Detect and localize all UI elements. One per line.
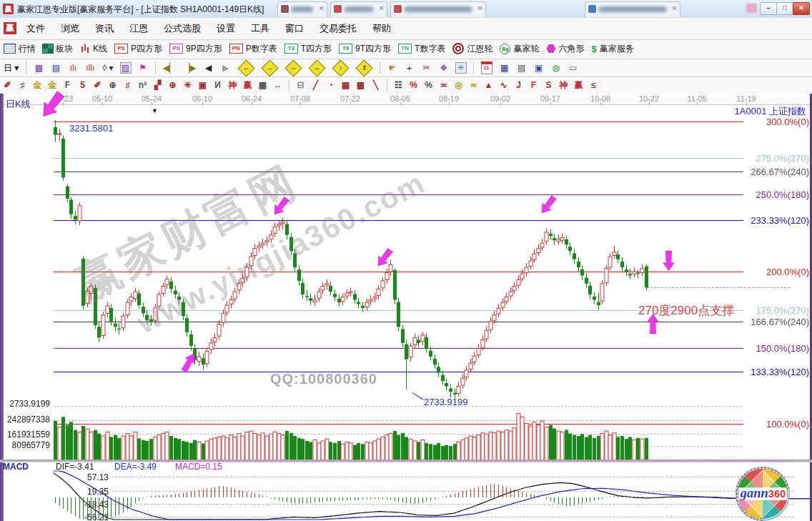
tool-go-prev[interactable]: ◀: [202, 60, 216, 76]
maximize-button[interactable]: □: [776, 2, 793, 15]
tool-pan-right[interactable]: →: [259, 60, 280, 76]
draw-tool-icon[interactable]: ↔: [272, 77, 283, 93]
tab-close-icon[interactable]: ✕: [672, 4, 678, 12]
tool-go-next[interactable]: ▶: [219, 60, 233, 76]
browser-tab[interactable]: ✕: [585, 1, 680, 17]
menu-浏览[interactable]: 浏览: [53, 18, 87, 39]
tool-notes[interactable]: ▤: [515, 60, 529, 76]
tab-close-icon[interactable]: ✕: [379, 4, 385, 12]
draw-tool-icon[interactable]: %: [408, 77, 419, 93]
draw-tool-icon[interactable]: 神: [558, 77, 569, 93]
minimize-button[interactable]: –: [760, 2, 777, 15]
tool-smart-tool[interactable]: ✳: [454, 60, 468, 76]
tool-range-stats[interactable]: ▨: [119, 60, 133, 76]
draw-tool-icon[interactable]: ⊕: [167, 77, 178, 93]
tool-zoom-out-h[interactable]: ⇔: [283, 60, 304, 76]
draw-tool-icon[interactable]: ▣: [197, 77, 208, 93]
triangle-marker[interactable]: ▼: [152, 107, 158, 114]
tab-close-icon[interactable]: ✕: [477, 4, 483, 12]
draw-tool-icon[interactable]: ◎: [453, 77, 464, 93]
tool-t-square[interactable]: T3T四方形: [282, 41, 334, 56]
draw-tool-icon[interactable]: ⊟: [295, 77, 306, 93]
tool-list-view[interactable]: ▤: [49, 60, 63, 76]
browser-tab[interactable]: ✕: [277, 1, 327, 17]
tool-kline-style[interactable]: ◊ ▾: [100, 60, 115, 76]
draw-tool-icon[interactable]: 5: [77, 77, 88, 93]
draw-tool-icon[interactable]: ☷: [393, 77, 404, 93]
tool-color-kline[interactable]: ⚑: [136, 60, 150, 76]
tool-hand-tool[interactable]: ☛: [385, 60, 400, 76]
browser-tab[interactable]: ✕: [390, 1, 486, 17]
tool-p-square[interactable]: PSP四方形: [112, 41, 164, 56]
draw-tool-icon[interactable]: 赢: [573, 77, 584, 93]
draw-tool-icon[interactable]: ◔: [325, 77, 336, 93]
draw-tool-icon[interactable]: ╲: [370, 77, 381, 93]
tab-close-icon[interactable]: ✕: [319, 4, 325, 12]
draw-tool-icon[interactable]: ✳: [182, 77, 193, 93]
tool-fit-width[interactable]: ↔: [307, 60, 327, 76]
draw-tool-icon[interactable]: ✐: [92, 77, 103, 93]
menu-资讯[interactable]: 资讯: [87, 18, 122, 39]
tool-go-first[interactable]: ◀▏: [161, 60, 178, 76]
tool-t-number[interactable]: TNT数字表: [396, 41, 447, 56]
tool-zoom-v[interactable]: ↕: [330, 60, 351, 76]
draw-tool-icon[interactable]: И: [212, 77, 223, 93]
macd-title[interactable]: MACD: [3, 462, 29, 472]
draw-tool-icon[interactable]: F: [62, 77, 73, 93]
browser-tab[interactable]: ✕: [330, 1, 387, 17]
tool-delete-draw[interactable]: ✂: [420, 60, 434, 76]
tool-period-day[interactable]: 日 ▾: [1, 60, 21, 76]
draw-tool-icon[interactable]: ✐: [2, 77, 13, 93]
draw-tool-icon[interactable]: ♯: [17, 77, 28, 93]
tool-fit-all[interactable]: ⇕: [354, 60, 375, 76]
tool-hexagon[interactable]: 六角形: [544, 41, 586, 56]
tool-p-number[interactable]: PNP数字表: [227, 41, 279, 56]
tool-calendar[interactable]: 21: [479, 60, 495, 76]
draw-tool-icon[interactable]: ♯: [122, 77, 133, 93]
menu-文件[interactable]: 文件: [19, 18, 53, 39]
draw-tool-icon[interactable]: ≍: [438, 77, 449, 93]
menu-设置[interactable]: 设置: [209, 18, 243, 39]
draw-tool-icon[interactable]: 赢: [242, 77, 253, 93]
menu-工具[interactable]: 工具: [243, 18, 277, 39]
menu-交易委托[interactable]: 交易委托: [312, 18, 365, 39]
menu-窗口[interactable]: 窗口: [277, 18, 312, 39]
magenta-arrow-annotation[interactable]: [645, 313, 660, 334]
draw-tool-icon[interactable]: ╱: [310, 77, 321, 93]
draw-tool-icon[interactable]: %: [423, 77, 434, 93]
menu-江恩[interactable]: 江恩: [122, 18, 156, 39]
tool-quotes[interactable]: 行情: [1, 41, 38, 56]
draw-tool-icon[interactable]: ∿: [498, 77, 509, 93]
draw-tool-icon[interactable]: F: [528, 77, 539, 93]
draw-tool-icon[interactable]: 金: [32, 77, 43, 93]
tool-mark-tool[interactable]: ❖: [437, 60, 451, 76]
tool-net-share[interactable]: ◍: [549, 60, 563, 76]
draw-tool-icon[interactable]: 神: [227, 77, 238, 93]
close-button[interactable]: ✕: [793, 2, 810, 15]
tool-small-axis[interactable]: ılı: [66, 60, 80, 76]
draw-tool-icon[interactable]: ≤: [588, 77, 599, 93]
tool-go-last[interactable]: ▕▶: [181, 60, 198, 76]
tool-crosshair-tool[interactable]: ＋: [402, 60, 417, 76]
draw-tool-icon[interactable]: ≍: [468, 77, 479, 93]
tool-calculator[interactable]: ▦: [497, 60, 512, 76]
tool-9p-square[interactable]: P99P四方形: [167, 41, 224, 56]
draw-tool-icon[interactable]: S: [543, 77, 554, 93]
tool-big-axis[interactable]: ıllı: [83, 60, 97, 76]
draw-tool-icon[interactable]: ▦: [257, 77, 268, 93]
tool-winner-service[interactable]: $赢家服务: [589, 41, 635, 56]
tool-winner-wheel[interactable]: Bg赢家轮: [497, 41, 541, 56]
draw-tool-icon[interactable]: ▲: [483, 77, 494, 93]
menu-帮助[interactable]: 帮助: [365, 18, 399, 39]
draw-tool-icon[interactable]: J: [513, 77, 524, 93]
tool-pan-left[interactable]: ←: [236, 60, 257, 76]
draw-tool-icon[interactable]: ⊕: [107, 77, 118, 93]
tool-overview[interactable]: ▩: [31, 60, 46, 76]
draw-tool-icon[interactable]: ▩: [355, 77, 366, 93]
tool-gann-wheel[interactable]: 江恩轮: [450, 41, 495, 56]
tool-print[interactable]: ▭: [566, 60, 580, 76]
tool-9t-square[interactable]: T99T四方形: [337, 41, 393, 56]
draw-tool-icon[interactable]: n²: [137, 77, 148, 93]
draw-tool-icon[interactable]: ▦: [340, 77, 351, 93]
tool-sectors[interactable]: 板块: [41, 41, 75, 56]
